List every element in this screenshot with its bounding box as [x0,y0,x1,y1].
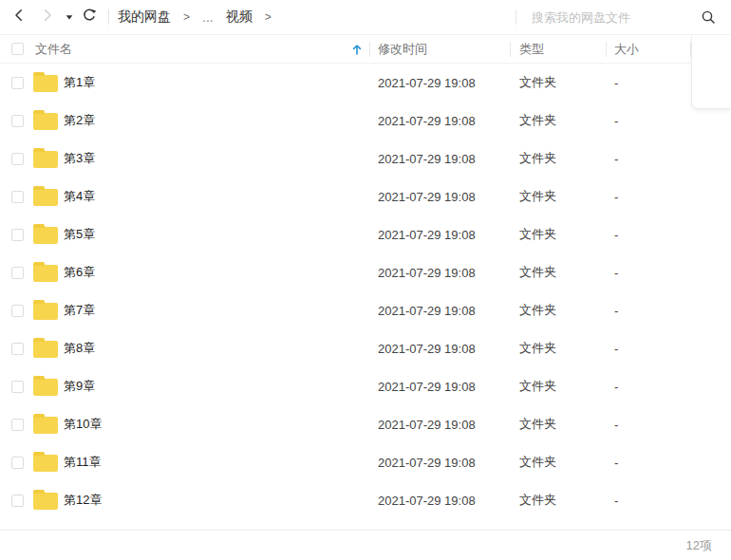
row-checkbox[interactable] [11,419,24,431]
row-checkbox[interactable] [11,495,24,507]
table-row[interactable]: 第11章 2021-07-29 19:08 文件夹 - [0,443,731,481]
file-name[interactable]: 第6章 [64,264,95,281]
scrollbar-thumb[interactable] [691,36,731,109]
modified-time: 2021-07-29 19:08 [369,494,510,508]
file-type: 文件夹 [510,454,606,471]
file-name[interactable]: 第12章 [64,492,102,509]
file-name[interactable]: 第7章 [64,302,95,319]
file-name[interactable]: 第5章 [64,226,95,243]
modified-time: 2021-07-29 19:08 [369,190,510,204]
table-row[interactable]: 第2章 2021-07-29 19:08 文件夹 - [0,102,731,140]
file-type: 文件夹 [510,492,606,509]
breadcrumb-current[interactable]: 视频 [226,9,253,26]
header-modified-label[interactable]: 修改时间 [369,35,510,63]
row-checkbox[interactable] [11,153,24,165]
file-size: - [606,380,690,394]
row-name-cell: 第5章 [0,225,369,244]
modified-time: 2021-07-29 19:08 [369,76,510,90]
folder-icon [33,341,58,358]
table-row[interactable]: 第8章 2021-07-29 19:08 文件夹 - [0,329,731,367]
search-icon[interactable] [701,9,716,25]
row-checkbox[interactable] [11,267,24,279]
modified-time: 2021-07-29 19:08 [369,114,510,128]
folder-icon [33,265,58,282]
table-row[interactable]: 第12章 2021-07-29 19:08 文件夹 - [0,481,731,519]
refresh-icon [82,8,97,27]
header-name-label[interactable]: 文件名 [35,41,72,58]
modified-time: 2021-07-29 19:08 [369,152,510,166]
folder-icon [33,493,58,510]
file-size: - [606,304,690,318]
table-row[interactable]: 第3章 2021-07-29 19:08 文件夹 - [0,140,731,177]
file-type: 文件夹 [510,226,606,243]
file-size: - [606,152,690,166]
table-row[interactable]: 第7章 2021-07-29 19:08 文件夹 - [0,291,731,329]
select-all-checkbox[interactable] [11,43,24,55]
breadcrumb-root[interactable]: 我的网盘 [118,9,171,26]
row-checkbox[interactable] [11,115,24,127]
header-size-label[interactable]: 大小 [606,35,690,63]
folder-icon [33,303,58,320]
file-size: - [606,190,690,204]
statusbar: 12项 [0,530,731,560]
file-size: - [606,228,690,242]
search-divider [515,9,516,25]
row-name-cell: 第3章 [0,149,369,168]
header-name-column: 文件名 [0,41,369,58]
folder-icon [33,189,58,206]
file-size: - [606,456,690,470]
item-count: 12项 [686,537,712,554]
folder-icon [33,417,58,434]
sort-ascending-icon[interactable] [350,43,364,56]
file-size: - [606,418,690,432]
header-type-label[interactable]: 类型 [510,35,606,63]
table-row[interactable]: 第5章 2021-07-29 19:08 文件夹 - [0,215,731,253]
file-name[interactable]: 第1章 [64,74,95,91]
row-checkbox[interactable] [11,229,24,241]
table-row[interactable]: 第1章 2021-07-29 19:08 文件夹 - [0,64,731,102]
row-checkbox[interactable] [11,343,24,355]
table-row[interactable]: 第6章 2021-07-29 19:08 文件夹 - [0,253,731,291]
file-type: 文件夹 [510,302,606,319]
breadcrumb-separator: > [265,10,272,24]
file-name[interactable]: 第3章 [64,150,95,167]
file-type: 文件夹 [510,264,606,281]
file-name[interactable]: 第2章 [64,112,95,129]
row-checkbox[interactable] [11,191,24,203]
file-type: 文件夹 [510,340,606,357]
row-checkbox[interactable] [11,77,24,89]
folder-icon [33,75,58,92]
file-name[interactable]: 第4章 [64,188,95,205]
modified-time: 2021-07-29 19:08 [369,342,510,356]
table-row[interactable]: 第10章 2021-07-29 19:08 文件夹 - [0,405,731,443]
row-name-cell: 第7章 [0,301,369,320]
toolbar-divider [108,9,109,25]
row-name-cell: 第6章 [0,263,369,282]
folder-icon [33,379,58,396]
file-name[interactable]: 第8章 [64,340,95,357]
file-name[interactable]: 第9章 [64,378,95,395]
table-row[interactable]: 第9章 2021-07-29 19:08 文件夹 - [0,367,731,405]
file-name[interactable]: 第10章 [64,416,102,433]
table-row[interactable]: 第4章 2021-07-29 19:08 文件夹 - [0,177,731,215]
file-type: 文件夹 [510,150,606,167]
file-size: - [606,114,690,128]
file-type: 文件夹 [510,74,606,91]
caret-down-icon [65,9,74,26]
forward-button[interactable] [36,6,59,28]
row-name-cell: 第2章 [0,111,369,130]
history-dropdown-button[interactable] [63,6,76,28]
search-input[interactable] [532,10,693,25]
modified-time: 2021-07-29 19:08 [369,266,510,280]
row-name-cell: 第10章 [0,415,369,434]
file-type: 文件夹 [510,378,606,395]
row-checkbox[interactable] [11,457,24,469]
breadcrumb-ellipsis[interactable]: ... [202,9,214,25]
row-checkbox[interactable] [11,381,24,393]
refresh-button[interactable] [78,6,101,28]
file-name[interactable]: 第11章 [64,454,102,471]
row-checkbox[interactable] [11,305,24,317]
back-button[interactable] [8,6,30,28]
file-size: - [606,494,690,508]
toolbar: 我的网盘 > ... 视频 > [0,0,731,35]
